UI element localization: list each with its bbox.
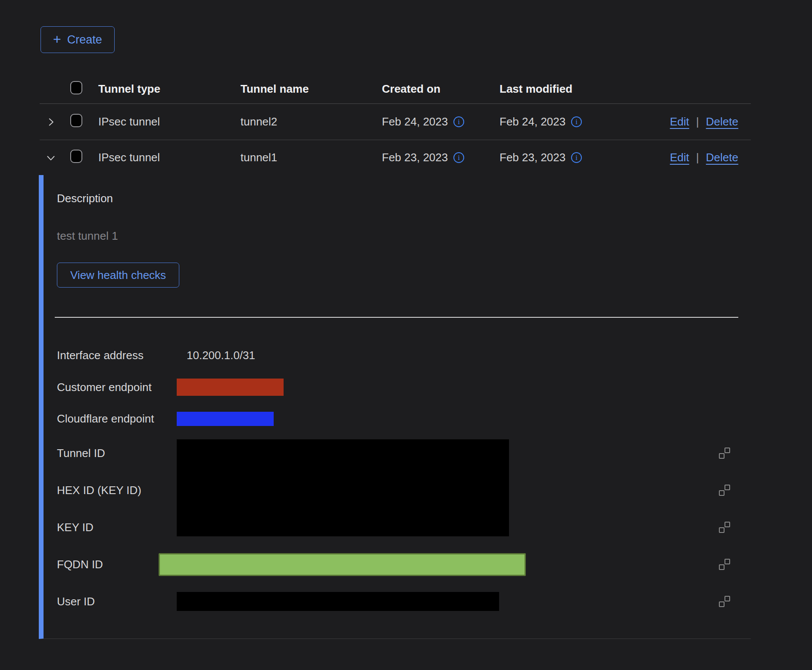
delete-link[interactable]: Delete xyxy=(706,151,738,164)
tunnels-table: Tunnel type Tunnel name Created on Last … xyxy=(40,75,751,175)
create-button[interactable]: + Create xyxy=(41,26,115,53)
delete-link[interactable]: Delete xyxy=(706,115,738,128)
column-header-last-modified: Last modified xyxy=(500,82,621,96)
collapse-row-button[interactable] xyxy=(45,152,56,163)
select-all-checkbox[interactable] xyxy=(70,81,82,94)
column-header-tunnel-name: Tunnel name xyxy=(240,82,382,96)
edit-link[interactable]: Edit xyxy=(670,151,689,164)
column-header-created-on: Created on xyxy=(382,82,500,96)
cell-tunnel-name: tunnel1 xyxy=(240,151,382,164)
interface-address-value: 10.200.1.0/31 xyxy=(187,349,255,362)
field-row-fqdn-id: FQDN ID xyxy=(57,546,751,583)
field-row-user-id: User ID xyxy=(57,583,751,620)
copy-icon[interactable] xyxy=(719,596,730,607)
field-label: Cloudflare endpoint xyxy=(57,412,177,426)
cell-tunnel-name: tunnel2 xyxy=(240,115,382,128)
tunnel-fields: Interface address 10.200.1.0/31 Customer… xyxy=(57,318,751,620)
action-separator: | xyxy=(696,151,699,164)
field-label: Tunnel ID xyxy=(57,447,177,460)
info-icon[interactable]: i xyxy=(571,116,582,127)
redacted-user-id xyxy=(177,592,499,611)
field-label: HEX ID (KEY ID) xyxy=(57,484,177,497)
tunnel-detail-panel: Description test tunnel 1 View health ch… xyxy=(39,175,751,639)
cell-created-on: Feb 23, 2023 xyxy=(382,151,448,164)
description-text: test tunnel 1 xyxy=(57,229,751,243)
redacted-fqdn-id xyxy=(159,553,526,576)
create-button-label: Create xyxy=(67,33,102,47)
field-row-tunnel-id: Tunnel ID xyxy=(57,435,751,472)
field-row-hex-id: HEX ID (KEY ID) xyxy=(57,472,751,509)
cell-last-modified: Feb 23, 2023 xyxy=(500,151,565,164)
copy-icon[interactable] xyxy=(719,522,730,533)
field-row-customer-endpoint: Customer endpoint xyxy=(57,371,751,403)
action-separator: | xyxy=(696,115,699,128)
edit-link[interactable]: Edit xyxy=(670,115,689,128)
cell-tunnel-type: IPsec tunnel xyxy=(98,151,240,164)
chevron-down-icon xyxy=(45,152,56,163)
cell-tunnel-type: IPsec tunnel xyxy=(98,115,240,128)
description-label: Description xyxy=(57,192,751,205)
table-header-row: Tunnel type Tunnel name Created on Last … xyxy=(40,75,751,104)
field-label: KEY ID xyxy=(57,521,177,534)
expand-row-button[interactable] xyxy=(45,116,56,128)
field-row-key-id: KEY ID xyxy=(57,509,751,546)
field-label: Customer endpoint xyxy=(57,381,177,394)
cell-created-on: Feb 24, 2023 xyxy=(382,115,448,128)
view-health-checks-button[interactable]: View health checks xyxy=(57,263,179,288)
info-icon[interactable]: i xyxy=(453,116,464,127)
info-icon[interactable]: i xyxy=(571,152,582,163)
row-checkbox[interactable] xyxy=(70,150,82,163)
plus-icon: + xyxy=(53,32,61,46)
cell-last-modified: Feb 24, 2023 xyxy=(500,115,565,128)
table-row: IPsec tunnel tunnel1 Feb 23, 2023 i Feb … xyxy=(40,140,751,175)
field-row-cloudflare-endpoint: Cloudflare endpoint xyxy=(57,403,751,435)
field-row-interface-address: Interface address 10.200.1.0/31 xyxy=(57,339,751,371)
row-checkbox[interactable] xyxy=(70,114,82,127)
copy-icon[interactable] xyxy=(719,559,730,570)
redacted-cloudflare-endpoint xyxy=(177,412,274,426)
field-label: User ID xyxy=(57,595,177,608)
column-header-tunnel-type: Tunnel type xyxy=(98,82,240,96)
copy-icon[interactable] xyxy=(719,485,730,496)
copy-icon[interactable] xyxy=(719,448,730,459)
table-row: IPsec tunnel tunnel2 Feb 24, 2023 i Feb … xyxy=(40,104,751,140)
info-icon[interactable]: i xyxy=(453,152,464,163)
chevron-right-icon xyxy=(45,116,56,128)
redacted-customer-endpoint xyxy=(177,379,284,396)
field-label: Interface address xyxy=(57,349,177,362)
